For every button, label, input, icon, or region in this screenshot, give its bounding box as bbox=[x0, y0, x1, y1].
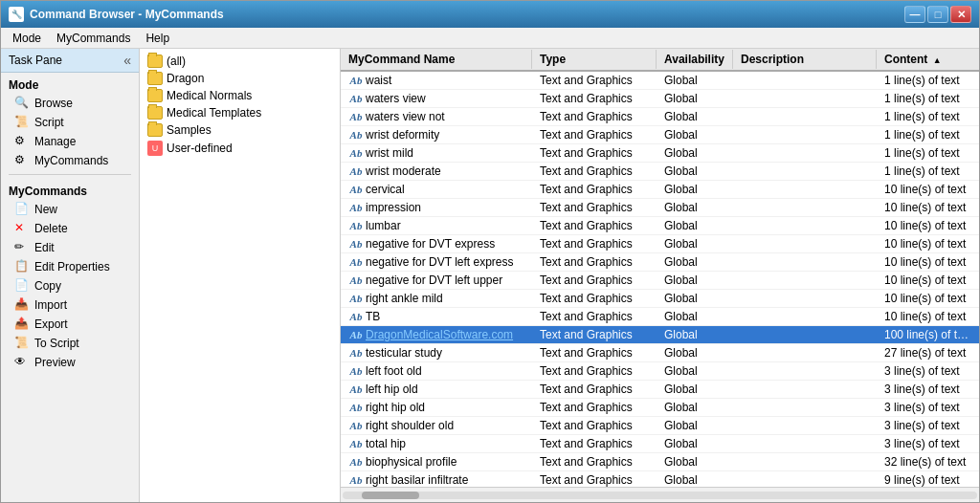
command-content: 10 line(s) of text bbox=[877, 200, 979, 215]
table-row[interactable]: Abwaters view notText and GraphicsGlobal… bbox=[341, 108, 979, 126]
command-type: Text and Graphics bbox=[532, 327, 657, 342]
nav-browse[interactable]: 🔍 Browse bbox=[1, 94, 139, 113]
maximize-button[interactable]: □ bbox=[927, 6, 948, 23]
nav-preview[interactable]: 👁 Preview bbox=[1, 353, 139, 372]
menu-help[interactable]: Help bbox=[138, 30, 177, 47]
table-row[interactable]: AbDragonMedicalSoftware.comText and Grap… bbox=[341, 326, 979, 344]
mycommands-section-title: MyCommands bbox=[1, 179, 139, 200]
scrollbar-thumb[interactable] bbox=[362, 492, 419, 499]
table-row[interactable]: AbimpressionText and GraphicsGlobal10 li… bbox=[341, 199, 979, 217]
table-row[interactable]: Abnegative for DVT left upperText and Gr… bbox=[341, 272, 979, 290]
command-icon: Ab bbox=[348, 145, 364, 161]
command-icon: Ab bbox=[348, 291, 364, 306]
edit-icon: ✏ bbox=[14, 240, 30, 255]
table-row[interactable]: Abwrist moderateText and GraphicsGlobal1… bbox=[341, 163, 979, 181]
table-row[interactable]: Ableft foot oldText and GraphicsGlobal3 … bbox=[341, 362, 979, 381]
horizontal-scrollbar[interactable] bbox=[341, 487, 979, 502]
nav-edit-properties[interactable]: 📋 Edit Properties bbox=[1, 257, 139, 276]
folder-user-defined-label: User-defined bbox=[167, 142, 233, 155]
command-content: 3 line(s) of text bbox=[877, 418, 979, 433]
command-icon: Ab bbox=[348, 436, 364, 451]
new-copy-icon: 📄 bbox=[14, 278, 30, 294]
col-header-name[interactable]: MyCommand Name bbox=[341, 50, 532, 69]
table-row[interactable]: Abright hip oldText and GraphicsGlobal3 … bbox=[341, 399, 979, 417]
folder-user-defined[interactable]: U User-defined bbox=[140, 139, 340, 158]
command-icon: Ab bbox=[348, 363, 364, 379]
task-pane: Task Pane « Mode 🔍 Browse 📜 Script ⚙ Man… bbox=[1, 49, 140, 502]
command-availability: Global bbox=[657, 236, 733, 252]
table-row[interactable]: Abwrist deformityText and GraphicsGlobal… bbox=[341, 126, 979, 144]
command-type: Text and Graphics bbox=[532, 182, 657, 197]
command-type: Text and Graphics bbox=[532, 145, 657, 161]
col-header-availability[interactable]: Availability bbox=[657, 50, 733, 69]
task-pane-header: Task Pane « bbox=[1, 49, 139, 73]
folder-dragon[interactable]: Dragon bbox=[140, 70, 340, 87]
table-row[interactable]: Abwaters viewText and GraphicsGlobal1 li… bbox=[341, 90, 979, 108]
nav-new-copy[interactable]: 📄 Copy bbox=[1, 276, 139, 295]
new-icon: 📄 bbox=[14, 202, 30, 217]
table-row[interactable]: Abright shoulder oldText and GraphicsGlo… bbox=[341, 417, 979, 435]
nav-export[interactable]: 📤 Export bbox=[1, 315, 139, 334]
task-pane-collapse-button[interactable]: « bbox=[123, 53, 131, 68]
command-availability: Global bbox=[657, 327, 733, 342]
folder-medical-normals-label: Medical Normals bbox=[167, 89, 252, 102]
folder-samples[interactable]: Samples bbox=[140, 121, 340, 139]
content-area: MyCommand Name Type Availability Descrip… bbox=[341, 49, 979, 502]
command-name: waist bbox=[366, 74, 391, 87]
nav-delete-label: Delete bbox=[34, 222, 68, 235]
command-content: 100 line(s) of text bbox=[877, 327, 979, 342]
command-name: right basilar infiltrate bbox=[366, 473, 468, 487]
table-row[interactable]: AblumbarText and GraphicsGlobal10 line(s… bbox=[341, 217, 979, 235]
table-row[interactable]: AbwaistText and GraphicsGlobal1 line(s) … bbox=[341, 72, 979, 90]
col-header-type[interactable]: Type bbox=[532, 50, 657, 69]
command-type: Text and Graphics bbox=[532, 273, 657, 288]
command-icon: Ab bbox=[348, 327, 364, 342]
command-icon: Ab bbox=[348, 400, 364, 415]
table-row[interactable]: Abtesticular studyText and GraphicsGloba… bbox=[341, 344, 979, 362]
nav-edit[interactable]: ✏ Edit bbox=[1, 238, 139, 257]
table-body[interactable]: AbwaistText and GraphicsGlobal1 line(s) … bbox=[341, 72, 979, 487]
folder-medical-normals[interactable]: Medical Normals bbox=[140, 87, 340, 104]
table-row[interactable]: AbTBText and GraphicsGlobal10 line(s) of… bbox=[341, 308, 979, 326]
table-row[interactable]: Abright ankle mildText and GraphicsGloba… bbox=[341, 290, 979, 308]
command-name: negative for DVT left express bbox=[366, 255, 514, 269]
col-header-content[interactable]: Content ▲ bbox=[877, 50, 979, 69]
table-row[interactable]: Abnegative for DVT expressText and Graph… bbox=[341, 235, 979, 253]
command-description bbox=[733, 207, 877, 208]
command-content: 10 line(s) of text bbox=[877, 218, 979, 233]
folder-medical-templates[interactable]: Medical Templates bbox=[140, 104, 340, 121]
table-row[interactable]: Abright basilar infiltrateText and Graph… bbox=[341, 471, 979, 487]
close-button[interactable]: ✕ bbox=[950, 6, 971, 23]
command-content: 9 line(s) of text bbox=[877, 472, 979, 487]
command-name: wrist deformity bbox=[366, 128, 439, 142]
col-header-description[interactable]: Description bbox=[733, 50, 877, 69]
nav-mycommands-mode[interactable]: ⚙ MyCommands bbox=[1, 151, 139, 170]
table-row[interactable]: Abbiophysical profileText and GraphicsGl… bbox=[341, 453, 979, 471]
table-row[interactable]: Ableft hip oldText and GraphicsGlobal3 l… bbox=[341, 381, 979, 399]
nav-new-copy-label: Copy bbox=[34, 279, 61, 293]
table-row[interactable]: Abnegative for DVT left expressText and … bbox=[341, 253, 979, 272]
command-content: 10 line(s) of text bbox=[877, 236, 979, 252]
command-content: 1 line(s) of text bbox=[877, 109, 979, 124]
table-row[interactable]: AbcervicalText and GraphicsGlobal10 line… bbox=[341, 181, 979, 199]
folder-dragon-label: Dragon bbox=[167, 72, 204, 85]
command-type: Text and Graphics bbox=[532, 363, 657, 379]
folder-all[interactable]: (all) bbox=[140, 53, 340, 70]
preview-icon: 👁 bbox=[14, 355, 30, 370]
table-row[interactable]: Abwrist mildText and GraphicsGlobal1 lin… bbox=[341, 144, 979, 163]
nav-manage[interactable]: ⚙ Manage bbox=[1, 132, 139, 151]
command-type: Text and Graphics bbox=[532, 345, 657, 361]
nav-import[interactable]: 📥 Import bbox=[1, 295, 139, 315]
nav-script[interactable]: 📜 Script bbox=[1, 113, 139, 132]
minimize-button[interactable]: — bbox=[904, 6, 925, 23]
folder-medical-normals-icon bbox=[147, 89, 163, 102]
to-script-icon: 📜 bbox=[14, 336, 30, 351]
table-row[interactable]: Abtotal hipText and GraphicsGlobal3 line… bbox=[341, 435, 979, 453]
menu-mode[interactable]: Mode bbox=[5, 30, 49, 47]
menu-mycommands[interactable]: MyCommands bbox=[49, 30, 138, 47]
script-icon: 📜 bbox=[14, 115, 30, 130]
nav-delete[interactable]: ✕ Delete bbox=[1, 219, 139, 238]
nav-new[interactable]: 📄 New bbox=[1, 200, 139, 219]
nav-to-script[interactable]: 📜 To Script bbox=[1, 334, 139, 353]
command-availability: Global bbox=[657, 472, 733, 487]
